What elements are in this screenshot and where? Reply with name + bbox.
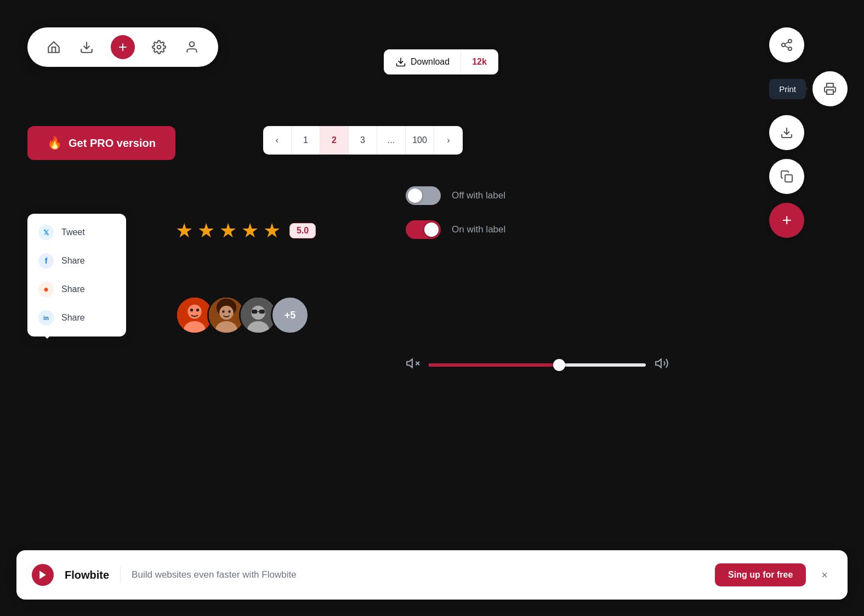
rating-badge: 5.0 (289, 223, 316, 238)
svg-point-4 (788, 39, 792, 43)
download-nav-icon[interactable] (78, 38, 95, 56)
svg-point-15 (190, 309, 193, 311)
toggle-off-label: Off with label (452, 190, 505, 201)
toggle-off-row: Off with label (406, 186, 505, 205)
toggle-on-thumb (424, 223, 439, 237)
star-4[interactable]: ★ (241, 219, 259, 242)
svg-rect-9 (827, 90, 833, 94)
svg-rect-11 (785, 175, 792, 182)
get-pro-button[interactable]: 🔥 Get PRO version (27, 126, 175, 160)
flowbite-brand-name: Flowbite (65, 569, 109, 581)
volume-track[interactable] (429, 363, 646, 367)
mute-icon (406, 356, 420, 374)
side-actions: Print + (769, 27, 848, 238)
svg-rect-27 (259, 310, 265, 313)
save-action-button[interactable] (769, 115, 804, 150)
print-area: Print (769, 71, 848, 106)
svg-point-1 (157, 45, 161, 49)
svg-point-21 (222, 310, 225, 313)
svg-marker-29 (407, 359, 412, 367)
share-action-button[interactable] (769, 27, 804, 62)
page-dots: ... (377, 126, 406, 155)
page-2[interactable]: 2 (320, 126, 349, 155)
fire-icon: 🔥 (47, 136, 62, 150)
svg-point-19 (219, 306, 234, 320)
avatars-group: +5 (175, 296, 309, 334)
svg-point-16 (196, 309, 199, 311)
facebook-icon: f (38, 253, 54, 269)
svg-point-22 (228, 310, 231, 313)
add-action-button[interactable]: + (769, 203, 804, 238)
star-2[interactable]: ★ (197, 219, 215, 242)
flowbite-logo (32, 564, 54, 586)
volume-thumb[interactable] (553, 359, 565, 371)
banner-close-button[interactable]: × (817, 567, 832, 584)
banner-divider (120, 567, 121, 583)
page-next[interactable]: › (434, 126, 463, 155)
volume-fill (429, 363, 559, 367)
volume-icon (655, 356, 669, 374)
share-menu: 𝕏 Tweet f Share ● Share in Share (27, 214, 126, 336)
download-button[interactable]: Download 12k (384, 49, 498, 75)
svg-marker-33 (39, 571, 46, 579)
print-tooltip: Print (769, 79, 806, 99)
user-nav-icon[interactable] (183, 38, 201, 56)
home-nav-icon[interactable] (45, 38, 62, 56)
svg-marker-32 (656, 359, 661, 367)
svg-point-6 (788, 47, 792, 50)
copy-action-button[interactable] (769, 159, 804, 194)
svg-point-5 (782, 43, 785, 47)
volume-slider-area (406, 356, 669, 374)
toggle-off[interactable] (406, 186, 441, 205)
svg-point-2 (190, 42, 195, 47)
toggle-off-thumb (408, 189, 422, 203)
svg-line-7 (785, 46, 789, 48)
banner-tagline: Build websites even faster with Flowbite (132, 569, 704, 580)
signup-button[interactable]: Sing up for free (715, 563, 806, 586)
toggles-area: Off with label On with label (406, 186, 505, 239)
settings-nav-icon[interactable] (150, 38, 168, 56)
print-action-button[interactable] (812, 71, 848, 106)
navbar: + (27, 27, 218, 67)
page-prev[interactable]: ‹ (263, 126, 292, 155)
share-facebook[interactable]: f Share (27, 247, 126, 275)
page-1[interactable]: 1 (292, 126, 320, 155)
toggle-on[interactable] (406, 220, 441, 239)
share-linkedin[interactable]: in Share (27, 304, 126, 332)
flowbite-banner: Flowbite Build websites even faster with… (16, 550, 848, 600)
reddit-icon: ● (38, 282, 54, 297)
star-5[interactable]: ★ (263, 219, 281, 242)
download-count: 12k (461, 50, 498, 73)
page-100[interactable]: 100 (406, 126, 434, 155)
toggle-on-row: On with label (406, 220, 505, 239)
twitter-icon: 𝕏 (38, 225, 54, 240)
add-nav-button[interactable]: + (111, 35, 135, 59)
star-3[interactable]: ★ (219, 219, 237, 242)
share-reddit[interactable]: ● Share (27, 275, 126, 304)
linkedin-icon: in (38, 310, 54, 326)
page-3[interactable]: 3 (349, 126, 377, 155)
stars-rating: ★ ★ ★ ★ ★ 5.0 (175, 219, 316, 242)
download-label: Download (384, 50, 461, 74)
share-tweet[interactable]: 𝕏 Tweet (27, 218, 126, 247)
svg-line-8 (785, 42, 789, 44)
pagination: ‹ 1 2 3 ... 100 › (263, 126, 463, 155)
star-1[interactable]: ★ (175, 219, 193, 242)
avatar-more[interactable]: +5 (271, 296, 309, 334)
toggle-on-label: On with label (452, 224, 505, 235)
svg-rect-26 (252, 310, 257, 313)
